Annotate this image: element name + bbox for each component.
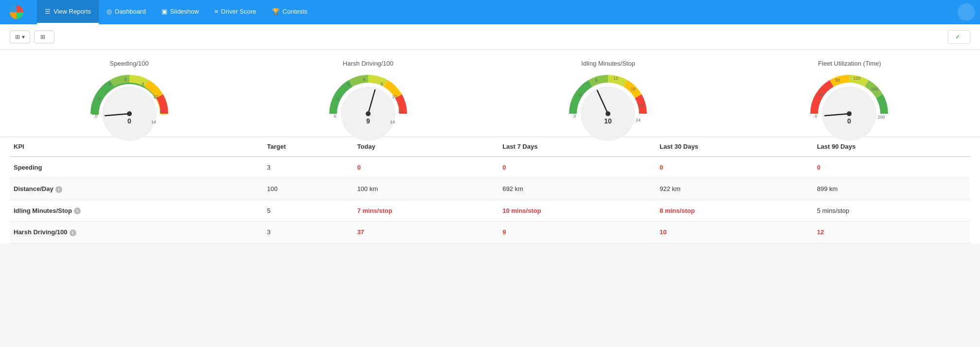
nav-item-contests[interactable]: 🏆 Contests [264,0,315,24]
svg-text:12: 12 [613,76,618,81]
gauge-idling: Idling Minutes/Stop 0 4 8 12 16 20 24 [566,60,651,127]
svg-text:8: 8 [595,78,598,83]
svg-text:14: 14 [151,120,156,124]
last7-cell: 9 [499,222,656,243]
col-header-last90: Last 90 Days [813,137,970,156]
svg-text:8: 8 [380,82,383,87]
kpi-table: KPI Target Today Last 7 Days Last 30 Day… [10,137,970,243]
gauge-harsh-title: Harsh Driving/100 [343,60,393,67]
last90-cell: 899 km [813,178,970,200]
nav-item-slideshow[interactable]: ▣ Slideshow [154,0,207,24]
dropdown-arrow: ▾ [22,34,25,40]
svg-text:8: 8 [142,82,144,87]
col-header-last7: Last 7 Days [499,137,656,156]
kpi-cell: Distance/Dayi [10,178,263,200]
layout-icon: ⊞ [15,34,20,40]
svg-point-22 [366,111,371,116]
target-cell: 3 [263,156,353,178]
gauge-fleet-title: Fleet Utilization (Time) [818,60,881,67]
today-cell: 37 [353,222,499,243]
last90-cell: 5 mins/stop [813,200,970,222]
view-by-group-button[interactable]: ⊞ [34,31,54,43]
svg-text:2: 2 [337,96,339,101]
info-icon[interactable]: i [55,186,62,193]
svg-text:10: 10 [153,94,158,99]
nav-label-contests: Contests [283,8,307,15]
svg-text:40: 40 [819,92,823,97]
today-cell: 0 [353,156,499,178]
svg-text:10: 10 [392,94,397,99]
svg-text:4: 4 [347,82,350,87]
gauge-idling-title: Idling Minutes/Stop [581,60,635,67]
gauge-fleet-util: Fleet Utilization (Time) 0 40 80 120 160… [807,60,892,127]
driver-score-icon: ≡ [214,8,218,15]
svg-text:12: 12 [159,109,164,114]
svg-text:0: 0 [95,114,97,119]
nav-item-view-reports[interactable]: ☰ View Reports [37,0,99,24]
nav-items: ☰ View Reports ◎ Dashboard ▣ Slideshow ≡… [37,0,315,24]
today-cell: 7 mins/stop [353,200,499,222]
table-row: Idling Minutes/Stopi57 mins/stop10 mins/… [10,200,970,222]
nav-item-driver-score[interactable]: ≡ Driver Score [207,0,264,24]
nav-label-dashboard: Dashboard [115,8,146,15]
last7-cell: 0 [499,156,656,178]
fleet-manager-score-button[interactable]: ✓ [948,30,970,44]
settings-button[interactable] [958,3,975,21]
layout-dropdown-button[interactable]: ⊞ ▾ [10,31,30,43]
col-header-last30: Last 30 Days [656,137,813,156]
navbar: ☰ View Reports ◎ Dashboard ▣ Slideshow ≡… [0,0,980,24]
gauges-section: Speeding/100 [0,50,980,137]
svg-text:0: 0 [127,117,131,125]
last30-cell: 0 [656,156,813,178]
svg-text:4: 4 [579,92,581,97]
nav-label-slideshow: Slideshow [170,8,199,15]
last30-cell: 8 mins/stop [656,200,813,222]
svg-text:12: 12 [398,109,403,114]
last30-cell: 10 [656,222,813,243]
svg-text:14: 14 [390,120,395,124]
info-icon[interactable]: i [74,208,81,214]
info-icon[interactable]: i [70,229,76,236]
slideshow-icon: ▣ [161,8,167,15]
table-row: Distance/Dayi100100 km692 km922 km899 km [10,178,970,200]
dashboard-icon: ◎ [107,8,112,15]
nav-label-driver-score: Driver Score [221,8,256,15]
svg-text:0: 0 [334,114,336,119]
svg-text:200: 200 [878,115,885,120]
target-cell: 3 [263,222,353,243]
table-row: Speeding30000 [10,156,970,178]
kpi-table-section: KPI Target Today Last 7 Days Last 30 Day… [0,137,980,243]
today-cell: 100 km [353,178,499,200]
gauge-idling-svg: 0 4 8 12 16 20 24 10 [566,71,651,127]
last7-cell: 10 mins/stop [499,200,656,222]
grid-icon: ⊞ [40,34,45,40]
target-cell: 100 [263,178,353,200]
gauge-harsh-svg: 0 2 4 6 8 10 12 14 9 [327,71,410,127]
svg-text:80: 80 [835,78,840,83]
nav-item-dashboard[interactable]: ◎ Dashboard [99,0,154,24]
gauge-speeding-title: Speeding/100 [110,60,149,67]
col-header-kpi: KPI [10,137,263,156]
svg-text:4: 4 [108,82,111,87]
toolbar: ⊞ ▾ ⊞ ✓ [0,24,980,50]
menu-icon: ☰ [45,8,51,15]
gauge-fleet-svg: 0 40 80 120 160 200 0 [807,71,892,127]
svg-text:10: 10 [604,117,612,125]
svg-text:0: 0 [574,114,576,119]
svg-text:6: 6 [124,77,126,82]
svg-text:0: 0 [847,117,851,125]
last90-cell: 12 [813,222,970,243]
target-cell: 5 [263,200,353,222]
svg-text:0: 0 [815,114,818,119]
last90-cell: 0 [813,156,970,178]
checkmark-icon: ✓ [955,34,960,40]
svg-text:160: 160 [871,87,878,91]
table-header-row: KPI Target Today Last 7 Days Last 30 Day… [10,137,970,156]
svg-text:24: 24 [636,118,641,122]
svg-point-43 [847,111,852,116]
gauge-speeding-svg: 0 2 4 6 8 10 12 14 0 [88,71,171,127]
last7-cell: 692 km [499,178,656,200]
svg-point-33 [606,111,610,116]
kpi-cell: Idling Minutes/Stopi [10,200,263,222]
svg-text:6: 6 [363,77,365,82]
